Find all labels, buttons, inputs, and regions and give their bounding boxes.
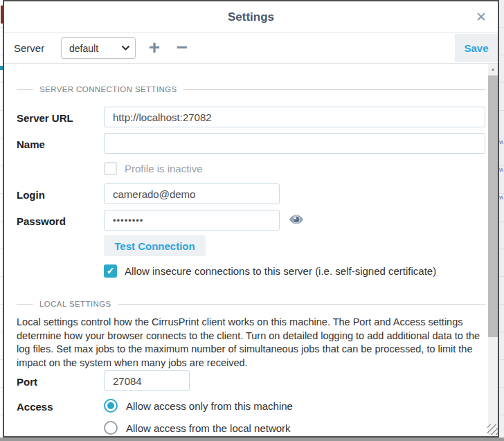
radio-unselected-icon — [104, 421, 118, 435]
login-label: Login — [17, 189, 45, 201]
access-radio-local-network[interactable]: Allow access from the local network — [104, 421, 291, 435]
save-button[interactable]: Save — [455, 34, 498, 62]
section-heading: SERVER CONNECTION SETTINGS — [39, 85, 177, 93]
access-option-label: Allow access only from this machine — [126, 400, 293, 412]
section-divider — [118, 304, 485, 305]
checkbox-unchecked-icon — [104, 162, 117, 175]
scrollbar-thumb[interactable] — [488, 75, 498, 337]
chevron-down-icon — [122, 46, 129, 51]
port-label: Port — [17, 376, 37, 388]
dialog-title: Settings — [4, 1, 498, 33]
server-select-label: Server — [14, 33, 44, 64]
add-server-icon[interactable]: + — [143, 33, 165, 64]
test-connection-button[interactable]: Test Connection — [104, 235, 206, 256]
background-text-fragment: W — [499, 168, 503, 173]
background-page-bottom-strip — [0, 438, 504, 441]
section-header-local-settings: LOCAL SETTINGS — [17, 299, 485, 309]
background-text-fragment: W — [499, 140, 503, 145]
allow-insecure-label: Allow insecure connections to this serve… — [125, 265, 436, 277]
section-heading: LOCAL SETTINGS — [39, 300, 111, 308]
access-radio-this-machine[interactable]: Allow access only from this machine — [104, 399, 293, 413]
scrollbar: ▲ — [488, 64, 498, 435]
profile-inactive-checkbox[interactable]: Profile is inactive — [104, 162, 203, 175]
access-label: Access — [17, 401, 53, 413]
section-divider — [17, 89, 33, 90]
password-input[interactable] — [104, 210, 280, 231]
resize-grip-icon[interactable] — [487, 424, 498, 435]
server-select-value: default — [69, 43, 98, 54]
server-select[interactable]: default — [61, 37, 136, 59]
section-divider — [17, 304, 33, 305]
port-input[interactable] — [104, 370, 190, 391]
server-url-label: Server URL — [17, 112, 73, 124]
section-header-server-connection: SERVER CONNECTION SETTINGS — [17, 84, 485, 94]
login-input[interactable] — [104, 183, 280, 204]
close-icon[interactable]: ✕ — [471, 1, 491, 33]
background-text-fragment: W — [499, 195, 503, 201]
dialog-titlebar: Settings ✕ — [4, 1, 498, 33]
name-label: Name — [17, 138, 45, 150]
settings-content: SERVER CONNECTION SETTINGS Server URL Na… — [4, 64, 498, 435]
password-label: Password — [17, 215, 66, 227]
show-password-eye-icon[interactable] — [287, 210, 305, 228]
settings-dialog: Settings ✕ Server default + − Save SERVE… — [3, 0, 499, 438]
local-settings-description: Local settings control how the CirrusPri… — [17, 316, 486, 370]
background-page-right-strip: W W W — [499, 0, 504, 441]
section-divider — [183, 89, 485, 90]
profile-inactive-label: Profile is inactive — [125, 163, 203, 174]
server-url-input[interactable] — [104, 107, 485, 127]
remove-server-icon[interactable]: − — [171, 33, 193, 64]
allow-insecure-checkbox[interactable]: ✓ Allow insecure connections to this ser… — [104, 264, 436, 278]
server-toolbar: Server default + − Save — [4, 33, 498, 64]
access-option-label: Allow access from the local network — [126, 422, 291, 434]
name-input[interactable] — [104, 133, 485, 154]
checkbox-checked-icon: ✓ — [104, 264, 117, 278]
radio-selected-icon — [104, 399, 118, 413]
scroll-up-arrow-icon[interactable]: ▲ — [488, 64, 498, 75]
